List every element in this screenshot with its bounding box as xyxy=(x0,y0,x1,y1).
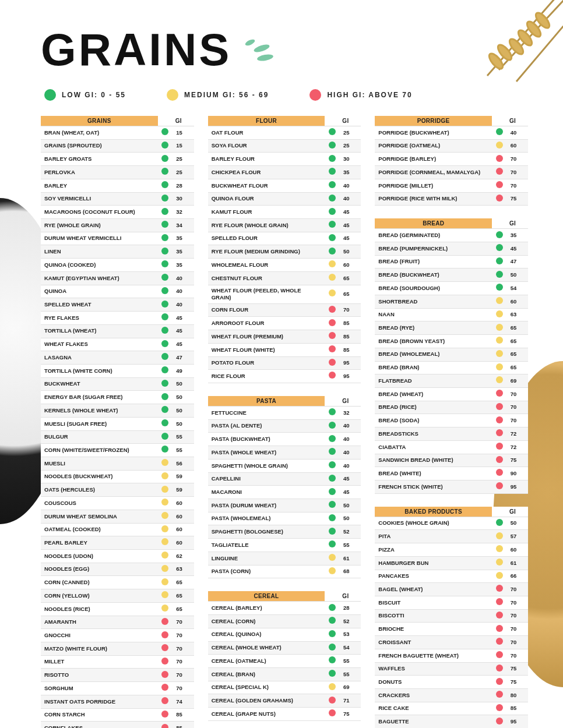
table-row: RYE (WHOLE GRAIN)34 xyxy=(41,219,194,232)
gi-value: 95 xyxy=(340,370,361,383)
table-row: FRENCH BAGUETTE (WHEAT)70 xyxy=(375,649,528,662)
table-row: MUESLI56 xyxy=(41,457,194,470)
food-name: MATZO (WHITE FLOUR) xyxy=(41,642,158,656)
table-row: PORRIDGE (BARLEY)70 xyxy=(375,153,528,166)
dot-high-icon xyxy=(496,429,503,436)
accent-lines-icon xyxy=(240,36,280,65)
table-flour: FLOURGIOAT FLOUR25SOYA FLOUR25BARLEY FLO… xyxy=(208,116,361,383)
food-name: PORRIDGE (CORNMEAL, MAMALYGA) xyxy=(375,166,492,179)
food-name: LINGUINE xyxy=(208,552,325,565)
table-row: SHORTBREAD60 xyxy=(375,295,528,308)
gi-value: 70 xyxy=(507,153,528,166)
gi-level-dot xyxy=(325,615,340,628)
dot-low-icon xyxy=(496,284,503,291)
dot-high-icon xyxy=(161,631,168,638)
gi-level-dot xyxy=(158,298,173,312)
table-row: CORNFLAKES85 xyxy=(41,722,194,728)
gi-level-dot xyxy=(325,655,340,668)
food-name: RICE CAKE xyxy=(375,702,492,715)
food-name: CROISSANT xyxy=(375,636,492,649)
svg-point-6 xyxy=(245,38,256,47)
food-name: HAMBURGER BUN xyxy=(375,556,492,570)
gi-value: 47 xyxy=(507,255,528,268)
food-name: BREAD (FRUIT) xyxy=(375,255,492,268)
dot-low-icon xyxy=(161,419,168,426)
gi-value: 40 xyxy=(340,459,361,472)
table-row: CEREAL (BARLEY)28 xyxy=(208,602,361,615)
food-name: QUINOA xyxy=(41,285,158,298)
dot-med-icon xyxy=(161,591,168,598)
gi-level-dot xyxy=(158,483,173,497)
dot-low-icon xyxy=(161,433,168,440)
gi-level-dot xyxy=(325,192,340,206)
gi-value: 50 xyxy=(340,512,361,525)
food-name: RYE FLOUR (WHOLE GRAIN) xyxy=(208,219,325,232)
gi-value: 59 xyxy=(173,483,193,497)
table-row: SPAGHETTI (WHOLE GRAIN)40 xyxy=(208,459,361,472)
gi-level-dot xyxy=(492,517,507,530)
gi-value: 70 xyxy=(173,629,193,642)
gi-value: 72 xyxy=(507,427,528,441)
food-name: BREAD (RYE) xyxy=(375,321,492,335)
table-row: SPELLED WHEAT40 xyxy=(41,298,194,312)
food-name: PORRIDGE (OATMEAL) xyxy=(375,139,492,153)
food-name: PORRIDGE (BUCKWHEAT) xyxy=(375,126,492,140)
gi-level-dot xyxy=(492,348,507,361)
gi-value: 70 xyxy=(507,583,528,596)
food-name: BREAD (PUMPERNICKEL) xyxy=(375,242,492,256)
gi-level-dot xyxy=(158,324,173,338)
food-name: PIZZA xyxy=(375,543,492,557)
table-row: BISCUIT70 xyxy=(375,596,528,610)
table-row: PEARL BARLEY60 xyxy=(41,536,194,550)
gi-level-dot xyxy=(325,433,340,446)
food-name: LINEN xyxy=(41,245,158,259)
dot-low-icon xyxy=(161,181,168,188)
food-name: RYE FLAKES xyxy=(41,312,158,325)
gi-value: 30 xyxy=(340,153,361,166)
table-row: PANCAKES66 xyxy=(375,570,528,583)
dot-high-icon xyxy=(161,697,168,704)
gi-value: 25 xyxy=(340,139,361,153)
table-header-porridge: PORRIDGE xyxy=(375,116,492,126)
gi-level-dot xyxy=(325,446,340,460)
table-row: SPAGHETTI (BOLOGNESE)52 xyxy=(208,525,361,539)
dot-low-icon xyxy=(329,461,336,468)
svg-point-3 xyxy=(533,10,551,30)
gi-legend: LOW GI: 0 - 55 MEDIUM GI: 56 - 69 HIGH G… xyxy=(41,89,528,101)
gi-value: 53 xyxy=(340,628,361,641)
dot-high-icon xyxy=(496,482,503,489)
gi-value: 66 xyxy=(507,570,528,583)
food-name: PASTA (BUCKWHEAT) xyxy=(208,433,325,446)
gi-value: 71 xyxy=(340,694,361,708)
gi-level-dot xyxy=(492,689,507,702)
table-row: WHOLEMEAL FLOUR60 xyxy=(208,259,361,272)
gi-level-dot xyxy=(492,308,507,321)
gi-level-dot xyxy=(325,343,340,356)
gi-level-dot xyxy=(492,583,507,596)
dot-med-icon xyxy=(329,567,336,574)
dot-med-icon xyxy=(496,142,503,149)
table-grains: GRAINSGIBRAN (WHEAT, OAT)15GRAINS (SPROU… xyxy=(41,116,194,728)
gi-level-dot xyxy=(492,192,507,206)
gi-level-dot xyxy=(325,486,340,499)
table-row: BREAD (RICE)70 xyxy=(375,401,528,414)
table-header-gi: GI xyxy=(325,591,361,602)
gi-level-dot xyxy=(492,387,507,401)
gi-value: 40 xyxy=(173,285,193,298)
dot-med-icon xyxy=(161,565,168,572)
gi-level-dot xyxy=(492,715,507,728)
food-name: BREADSTICKS xyxy=(375,427,492,441)
gi-level-dot xyxy=(325,459,340,472)
dot-low-icon xyxy=(496,257,503,264)
gi-level-dot xyxy=(492,242,507,256)
dot-low-icon xyxy=(329,604,336,611)
gi-level-dot xyxy=(492,179,507,192)
gi-level-dot xyxy=(325,259,340,272)
legend-high-label: HIGH GI: ABOVE 70 xyxy=(327,91,412,99)
table-row: BRAN (WHEAT, OAT)15 xyxy=(41,126,194,140)
food-name: DONUTS xyxy=(375,676,492,689)
table-row: BREAD (BROWN YEAST)65 xyxy=(375,335,528,348)
dot-low-icon xyxy=(161,128,168,135)
dot-med-icon xyxy=(161,512,168,519)
food-name: SHORTBREAD xyxy=(375,295,492,308)
